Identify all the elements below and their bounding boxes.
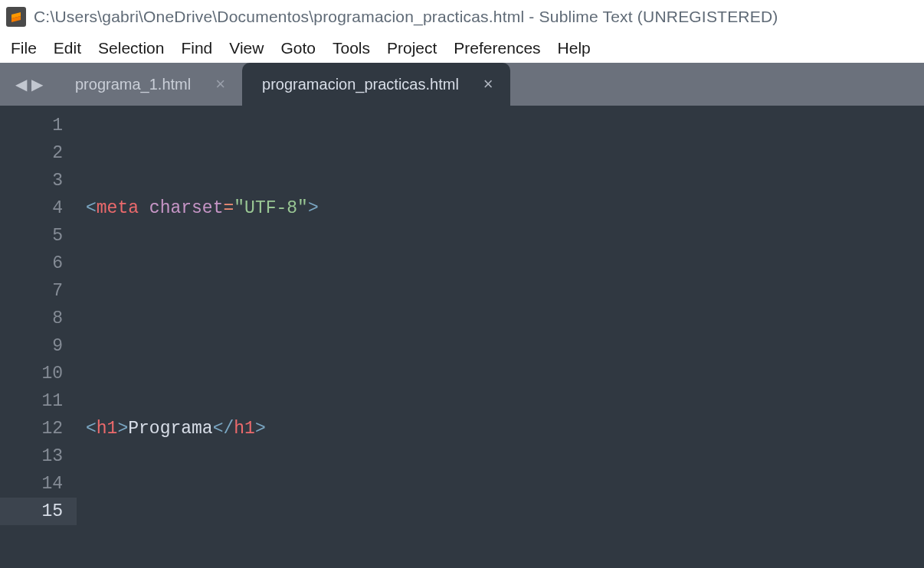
line-number[interactable]: 10 xyxy=(0,360,63,387)
equals: = xyxy=(223,198,234,218)
line-number[interactable]: 15 xyxy=(0,498,77,525)
line-number[interactable]: 3 xyxy=(0,167,63,194)
editor: 1 2 3 4 5 6 7 8 9 10 11 12 13 14 15 <met… xyxy=(0,106,924,568)
sublime-logo-icon xyxy=(9,10,23,24)
angle-close: > xyxy=(308,198,319,218)
code-line[interactable] xyxy=(86,525,924,553)
menu-goto[interactable]: Goto xyxy=(273,36,323,60)
menu-file[interactable]: File xyxy=(3,36,44,60)
code-area[interactable]: <meta charset="UTF-8"> <h1>Programa</h1>… xyxy=(77,106,924,568)
line-number[interactable]: 7 xyxy=(0,277,63,305)
title-bar: C:\Users\gabri\OneDrive\Documentos\progr… xyxy=(0,0,924,34)
angle-open: < xyxy=(86,198,97,218)
tab-bar: ◀ ▶ programa_1.html × programacion_pract… xyxy=(0,63,924,106)
line-number[interactable]: 9 xyxy=(0,332,63,360)
line-number[interactable]: 11 xyxy=(0,387,63,415)
close-icon[interactable]: × xyxy=(212,74,228,94)
menu-view[interactable]: View xyxy=(221,36,271,60)
gutter: 1 2 3 4 5 6 7 8 9 10 11 12 13 14 15 xyxy=(0,106,77,568)
attr-name: charset xyxy=(149,198,224,218)
window-title: C:\Users\gabri\OneDrive\Documentos\progr… xyxy=(34,8,778,26)
menu-edit[interactable]: Edit xyxy=(46,36,89,60)
tag-name: meta xyxy=(97,198,139,218)
line-number[interactable]: 2 xyxy=(0,139,63,167)
line-number[interactable]: 8 xyxy=(0,305,63,332)
menu-preferences[interactable]: Preferences xyxy=(446,36,548,60)
tab-nav: ◀ ▶ xyxy=(0,63,55,106)
line-number[interactable]: 1 xyxy=(0,112,63,139)
tab-next-icon[interactable]: ▶ xyxy=(31,75,43,93)
line-number[interactable]: 14 xyxy=(0,470,63,498)
menu-project[interactable]: Project xyxy=(379,36,444,60)
tab-programa-1[interactable]: programa_1.html × xyxy=(55,63,242,106)
tab-programacion-practicas[interactable]: programacion_practicas.html × xyxy=(242,63,510,106)
close-icon[interactable]: × xyxy=(480,74,496,94)
code-line[interactable]: <h1>Programa</h1> xyxy=(86,415,924,442)
code-line[interactable] xyxy=(86,305,924,332)
code-line[interactable]: <meta charset="UTF-8"> xyxy=(86,194,924,222)
menu-help[interactable]: Help xyxy=(550,36,598,60)
line-number[interactable]: 13 xyxy=(0,442,63,470)
line-number[interactable]: 6 xyxy=(0,250,63,277)
tab-prev-icon[interactable]: ◀ xyxy=(15,75,27,93)
tab-label: programa_1.html xyxy=(75,76,191,93)
menu-selection[interactable]: Selection xyxy=(90,36,172,60)
line-number[interactable]: 12 xyxy=(0,415,63,442)
menu-bar: File Edit Selection Find View Goto Tools… xyxy=(0,34,924,63)
line-number[interactable]: 5 xyxy=(0,222,63,250)
menu-tools[interactable]: Tools xyxy=(325,36,378,60)
string: "UTF-8" xyxy=(234,198,308,218)
app-icon xyxy=(6,7,26,27)
line-number[interactable]: 4 xyxy=(0,194,63,222)
menu-find[interactable]: Find xyxy=(173,36,220,60)
tab-label: programacion_practicas.html xyxy=(262,76,459,93)
